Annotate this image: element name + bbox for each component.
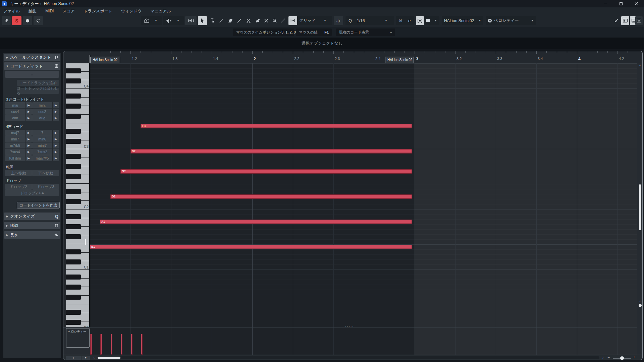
add-chord-track-button[interactable]: コードトラックを追加: [17, 80, 59, 86]
midi-note-E3[interactable]: E3: [141, 124, 412, 128]
controller-lane-menu-caret-icon[interactable]: ▼: [82, 356, 90, 360]
chord-button-m7b5[interactable]: m7/b5▶: [5, 142, 32, 148]
menu-item-6[interactable]: マニュアル: [150, 8, 171, 14]
black-key[interactable]: [66, 174, 81, 179]
horizontal-scrollbar[interactable]: [97, 356, 599, 359]
vertical-scroll-thumb[interactable]: [639, 184, 641, 230]
midi-note-A1[interactable]: A1: [100, 220, 412, 224]
chord-button-maj75[interactable]: maj7/#5▶: [32, 155, 59, 161]
timeline-ruler[interactable]: 1.21.31.422.22.32.433.23.33.444.2HALion …: [63, 51, 642, 63]
black-key[interactable]: [66, 139, 81, 144]
create-chord-event-button[interactable]: コードイベントを作成: [17, 202, 60, 208]
black-key[interactable]: [66, 214, 81, 219]
lane-resize-handle[interactable]: ·····: [345, 325, 365, 328]
chord-play-icon[interactable]: ▶: [25, 149, 32, 155]
menu-item-0[interactable]: ファイル: [3, 8, 20, 14]
part-start-label[interactable]: HALion Sonic 02: [90, 57, 120, 63]
black-key[interactable]: [66, 259, 81, 264]
left-zone-toggle-icon[interactable]: [621, 16, 629, 25]
quantize-value[interactable]: 1/16: [355, 18, 382, 23]
chord-button-7sus2[interactable]: 7sus2▶: [32, 149, 59, 155]
chord-play-icon[interactable]: ▶: [52, 109, 59, 115]
tool-split-icon[interactable]: [244, 16, 253, 25]
black-key[interactable]: [66, 295, 81, 300]
snap-type-value[interactable]: グリッド: [297, 18, 321, 23]
chord-button-fulldim[interactable]: full dim▶: [5, 155, 32, 161]
chord-play-icon[interactable]: ▶: [52, 142, 59, 148]
chord-button-minj7[interactable]: minj7▶: [32, 142, 59, 148]
chord-button-7[interactable]: 7▶: [32, 130, 59, 136]
black-key[interactable]: [66, 310, 81, 315]
black-key[interactable]: [66, 320, 81, 325]
tool-mute-icon[interactable]: [262, 16, 270, 25]
autoscroll-caret-icon[interactable]: ▼: [174, 19, 182, 22]
event-colors-icon[interactable]: [141, 16, 152, 25]
chord-play-icon[interactable]: ▶: [25, 130, 32, 136]
part-end-label[interactable]: HALion Sonic 02: [385, 57, 414, 63]
black-key[interactable]: [66, 78, 81, 83]
black-key[interactable]: [66, 164, 81, 169]
velocity-lane[interactable]: [90, 327, 637, 355]
vertical-scrollbar[interactable]: ▲ ▼: [637, 63, 642, 355]
add-controller-lane-button[interactable]: +: [66, 356, 81, 360]
scroll-right-icon[interactable]: ›: [601, 356, 605, 360]
chord-button-7sus4[interactable]: 7sus4▶: [5, 149, 32, 155]
autoscroll-icon[interactable]: [163, 16, 174, 25]
menu-item-3[interactable]: スコア: [62, 8, 75, 14]
chord-play-icon[interactable]: ▶: [25, 136, 32, 142]
chord-button-min7[interactable]: min7▶: [5, 136, 32, 142]
match-chord-track-button[interactable]: コードトラックに合わせる: [17, 88, 59, 94]
velocity-bar-D2[interactable]: [111, 334, 112, 355]
velocity-bar-E1[interactable]: [90, 334, 92, 355]
chord-play-icon[interactable]: ▶: [25, 109, 32, 115]
black-key[interactable]: [66, 114, 81, 119]
chord-button-sus4[interactable]: sus4▶: [5, 109, 32, 115]
part-borders-icon[interactable]: [416, 16, 424, 25]
scroll-down-icon[interactable]: ▼: [637, 300, 643, 302]
black-key[interactable]: [66, 249, 81, 254]
scroll-up-icon[interactable]: ▲: [637, 64, 643, 66]
velocity-bar-A1[interactable]: [100, 334, 102, 355]
midi-note-E1[interactable]: E1: [90, 245, 412, 249]
move-down-button[interactable]: 下へ移動: [32, 170, 59, 176]
chord-play-icon[interactable]: ▶: [52, 155, 59, 161]
chord-play-icon[interactable]: ▶: [25, 142, 32, 148]
menu-item-1[interactable]: 編集: [29, 8, 37, 14]
panel-length[interactable]: ▶ 長さ: [4, 231, 60, 239]
quantize-caret-icon[interactable]: ▼: [382, 19, 390, 22]
chord-button-sus2[interactable]: sus2▶: [32, 109, 59, 115]
pin-icon[interactable]: [2, 16, 11, 25]
panel-quantize[interactable]: ▶ クオンタイズ Q: [4, 213, 60, 220]
close-button[interactable]: [629, 0, 644, 7]
open-in-window-icon[interactable]: [612, 16, 620, 25]
black-key[interactable]: [66, 285, 81, 290]
chord-play-icon[interactable]: ▶: [25, 155, 32, 161]
chord-play-icon[interactable]: ▶: [25, 115, 32, 121]
horizontal-scroll-thumb[interactable]: [98, 357, 120, 359]
chord-play-icon[interactable]: ▶: [25, 102, 32, 108]
tool-curve-icon[interactable]: [279, 16, 287, 25]
edit-active-part-icon[interactable]: [424, 16, 432, 25]
quantize-q-icon[interactable]: Q: [345, 18, 355, 23]
drop3-button[interactable]: ドロップ3: [32, 184, 59, 190]
chord-button-aug[interactable]: aug▶: [32, 115, 59, 121]
setup-toolbar-icon[interactable]: [635, 16, 643, 25]
tool-zoom-icon[interactable]: [271, 16, 278, 25]
velocity-bar-G2[interactable]: [121, 334, 122, 355]
tool-line-icon[interactable]: [235, 16, 244, 25]
iterative-quantize-icon[interactable]: %: [396, 18, 405, 23]
record-icon[interactable]: [23, 16, 32, 25]
black-key[interactable]: [66, 275, 81, 280]
controller-selector[interactable]: ベロシティー ▼: [486, 16, 536, 25]
acoustic-feedback-icon[interactable]: [185, 16, 197, 25]
zoom-in-icon[interactable]: +: [633, 355, 635, 360]
vertical-zoom-thumb[interactable]: [639, 304, 642, 307]
tool-select-icon[interactable]: [198, 16, 207, 25]
color-mode-caret-icon[interactable]: ▼: [152, 19, 160, 22]
snap-type-caret-icon[interactable]: ▼: [321, 19, 329, 22]
minimize-button[interactable]: [598, 0, 613, 7]
maximize-button[interactable]: [613, 0, 629, 7]
grid-relative-icon[interactable]: -|+: [334, 16, 343, 25]
velocity-bar-E3[interactable]: [141, 334, 143, 355]
chord-play-icon[interactable]: ▶: [52, 115, 59, 121]
